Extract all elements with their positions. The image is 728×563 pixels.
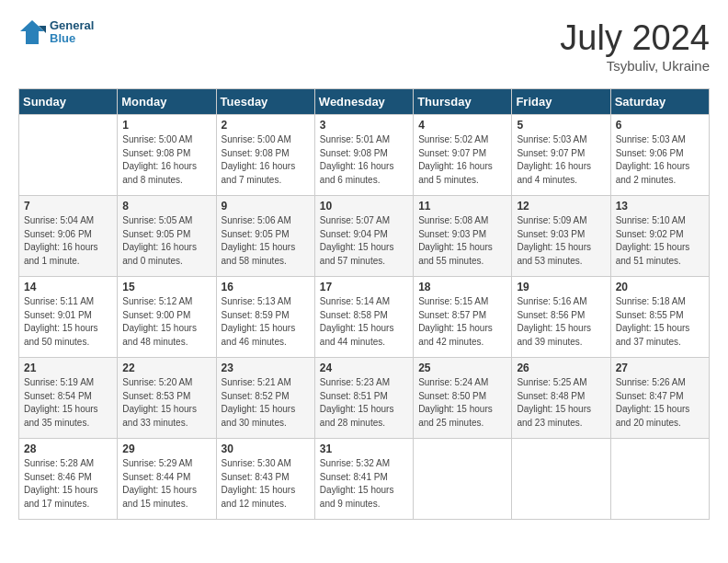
day-cell: 15Sunrise: 5:12 AM Sunset: 9:00 PM Dayli… <box>118 277 216 358</box>
day-info: Sunrise: 5:25 AM Sunset: 8:48 PM Dayligh… <box>517 376 605 430</box>
day-info: Sunrise: 5:32 AM Sunset: 8:41 PM Dayligh… <box>320 457 408 511</box>
day-cell: 14Sunrise: 5:11 AM Sunset: 9:01 PM Dayli… <box>19 277 118 358</box>
main-title: July 2024 <box>560 18 710 58</box>
day-number: 15 <box>122 281 210 293</box>
day-cell <box>19 115 118 196</box>
day-number: 10 <box>320 200 408 213</box>
day-cell: 13Sunrise: 5:10 AM Sunset: 9:02 PM Dayli… <box>610 196 709 277</box>
day-cell: 12Sunrise: 5:09 AM Sunset: 9:03 PM Dayli… <box>512 196 610 277</box>
day-number: 19 <box>517 281 605 293</box>
col-header-monday: Monday <box>118 89 216 115</box>
day-number: 2 <box>222 119 310 132</box>
day-cell: 8Sunrise: 5:05 AM Sunset: 9:05 PM Daylig… <box>118 196 216 277</box>
day-info: Sunrise: 5:09 AM Sunset: 9:03 PM Dayligh… <box>517 214 605 268</box>
day-info: Sunrise: 5:16 AM Sunset: 8:56 PM Dayligh… <box>517 295 605 349</box>
day-info: Sunrise: 5:02 AM Sunset: 9:07 PM Dayligh… <box>418 133 506 187</box>
week-row-3: 14Sunrise: 5:11 AM Sunset: 9:01 PM Dayli… <box>19 277 710 358</box>
day-cell: 4Sunrise: 5:02 AM Sunset: 9:07 PM Daylig… <box>414 115 512 196</box>
day-number: 23 <box>222 362 310 374</box>
subtitle: Tsybuliv, Ukraine <box>560 58 710 74</box>
day-cell: 16Sunrise: 5:13 AM Sunset: 8:59 PM Dayli… <box>216 277 314 358</box>
day-cell: 21Sunrise: 5:19 AM Sunset: 8:54 PM Dayli… <box>19 358 118 439</box>
day-number: 16 <box>222 281 310 293</box>
col-header-saturday: Saturday <box>610 89 709 115</box>
day-info: Sunrise: 5:23 AM Sunset: 8:51 PM Dayligh… <box>320 376 408 430</box>
week-row-1: 1Sunrise: 5:00 AM Sunset: 9:08 PM Daylig… <box>19 115 710 196</box>
col-header-friday: Friday <box>512 89 610 115</box>
week-row-5: 28Sunrise: 5:28 AM Sunset: 8:46 PM Dayli… <box>19 439 710 520</box>
day-number: 28 <box>24 442 112 455</box>
day-info: Sunrise: 5:15 AM Sunset: 8:57 PM Dayligh… <box>418 295 506 349</box>
day-cell: 19Sunrise: 5:16 AM Sunset: 8:56 PM Dayli… <box>512 277 610 358</box>
title-block: July 2024 Tsybuliv, Ukraine <box>560 18 710 74</box>
day-cell: 26Sunrise: 5:25 AM Sunset: 8:48 PM Dayli… <box>512 358 610 439</box>
day-number: 8 <box>122 200 210 213</box>
day-number: 7 <box>24 200 112 213</box>
day-cell: 23Sunrise: 5:21 AM Sunset: 8:52 PM Dayli… <box>216 358 314 439</box>
day-cell: 7Sunrise: 5:04 AM Sunset: 9:06 PM Daylig… <box>19 196 118 277</box>
day-info: Sunrise: 5:03 AM Sunset: 9:06 PM Dayligh… <box>616 133 704 187</box>
day-info: Sunrise: 5:14 AM Sunset: 8:58 PM Dayligh… <box>320 295 408 349</box>
day-number: 6 <box>616 119 704 132</box>
day-cell: 11Sunrise: 5:08 AM Sunset: 9:03 PM Dayli… <box>414 196 512 277</box>
day-number: 26 <box>517 362 605 374</box>
svg-marker-0 <box>20 20 44 44</box>
day-number: 21 <box>24 362 112 374</box>
day-info: Sunrise: 5:11 AM Sunset: 9:01 PM Dayligh… <box>24 295 112 349</box>
day-number: 17 <box>320 281 408 293</box>
col-header-sunday: Sunday <box>19 89 118 115</box>
day-cell <box>512 439 610 520</box>
day-info: Sunrise: 5:19 AM Sunset: 8:54 PM Dayligh… <box>24 376 112 430</box>
day-info: Sunrise: 5:18 AM Sunset: 8:55 PM Dayligh… <box>616 295 704 349</box>
day-info: Sunrise: 5:21 AM Sunset: 8:52 PM Dayligh… <box>222 376 310 430</box>
day-info: Sunrise: 5:13 AM Sunset: 8:59 PM Dayligh… <box>222 295 310 349</box>
day-cell: 17Sunrise: 5:14 AM Sunset: 8:58 PM Dayli… <box>314 277 413 358</box>
day-number: 11 <box>418 200 506 213</box>
day-info: Sunrise: 5:04 AM Sunset: 9:06 PM Dayligh… <box>24 214 112 268</box>
day-number: 4 <box>418 119 506 132</box>
day-cell: 30Sunrise: 5:30 AM Sunset: 8:43 PM Dayli… <box>216 439 314 520</box>
day-cell: 10Sunrise: 5:07 AM Sunset: 9:04 PM Dayli… <box>314 196 413 277</box>
day-number: 30 <box>222 442 310 455</box>
day-info: Sunrise: 5:28 AM Sunset: 8:46 PM Dayligh… <box>24 457 112 511</box>
col-header-tuesday: Tuesday <box>216 89 314 115</box>
day-number: 29 <box>122 442 210 455</box>
day-cell: 6Sunrise: 5:03 AM Sunset: 9:06 PM Daylig… <box>610 115 709 196</box>
logo-blue: Blue <box>50 32 94 45</box>
day-info: Sunrise: 5:24 AM Sunset: 8:50 PM Dayligh… <box>418 376 506 430</box>
day-info: Sunrise: 5:29 AM Sunset: 8:44 PM Dayligh… <box>122 457 210 511</box>
page-header: General Blue July 2024 Tsybuliv, Ukraine <box>18 18 710 74</box>
day-number: 14 <box>24 281 112 293</box>
day-number: 12 <box>517 200 605 213</box>
day-info: Sunrise: 5:26 AM Sunset: 8:47 PM Dayligh… <box>616 376 704 430</box>
day-number: 20 <box>616 281 704 293</box>
day-cell <box>610 439 709 520</box>
day-number: 22 <box>122 362 210 374</box>
day-info: Sunrise: 5:01 AM Sunset: 9:08 PM Dayligh… <box>320 133 408 187</box>
day-number: 1 <box>122 119 210 132</box>
calendar-table: SundayMondayTuesdayWednesdayThursdayFrid… <box>18 88 710 520</box>
day-info: Sunrise: 5:12 AM Sunset: 9:00 PM Dayligh… <box>122 295 210 349</box>
day-cell: 18Sunrise: 5:15 AM Sunset: 8:57 PM Dayli… <box>414 277 512 358</box>
day-number: 18 <box>418 281 506 293</box>
day-cell: 9Sunrise: 5:06 AM Sunset: 9:05 PM Daylig… <box>216 196 314 277</box>
day-info: Sunrise: 5:06 AM Sunset: 9:05 PM Dayligh… <box>222 214 310 268</box>
day-number: 9 <box>222 200 310 213</box>
day-cell: 5Sunrise: 5:03 AM Sunset: 9:07 PM Daylig… <box>512 115 610 196</box>
day-number: 13 <box>616 200 704 213</box>
day-number: 3 <box>320 119 408 132</box>
header-row: SundayMondayTuesdayWednesdayThursdayFrid… <box>19 89 710 115</box>
logo: General Blue <box>18 18 94 46</box>
day-cell: 29Sunrise: 5:29 AM Sunset: 8:44 PM Dayli… <box>118 439 216 520</box>
day-cell: 31Sunrise: 5:32 AM Sunset: 8:41 PM Dayli… <box>314 439 413 520</box>
day-number: 5 <box>517 119 605 132</box>
day-cell: 24Sunrise: 5:23 AM Sunset: 8:51 PM Dayli… <box>314 358 413 439</box>
logo-general: General <box>50 19 94 32</box>
day-cell <box>414 439 512 520</box>
day-number: 25 <box>418 362 506 374</box>
col-header-wednesday: Wednesday <box>314 89 413 115</box>
day-number: 31 <box>320 442 408 455</box>
day-info: Sunrise: 5:10 AM Sunset: 9:02 PM Dayligh… <box>616 214 704 268</box>
day-cell: 25Sunrise: 5:24 AM Sunset: 8:50 PM Dayli… <box>414 358 512 439</box>
day-number: 24 <box>320 362 408 374</box>
